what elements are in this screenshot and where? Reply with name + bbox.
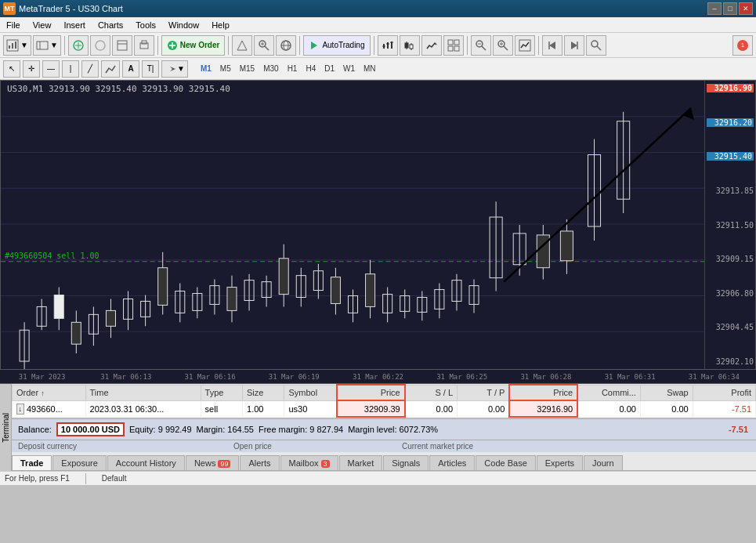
tab-trade[interactable]: Trade (12, 455, 52, 470)
toolbar-chart-type2[interactable] (400, 35, 420, 56)
toolbar-profiles[interactable]: ▼ (33, 35, 61, 56)
cell-open-price[interactable]: 32909.39 (337, 400, 405, 417)
tab-mailbox[interactable]: Mailbox 3 (280, 455, 338, 470)
tab-alerts[interactable]: Alerts (240, 455, 279, 470)
minimize-button[interactable]: – (707, 2, 722, 15)
toolbar-separator-5 (374, 36, 374, 55)
time-label-4: 31 Mar 06:22 (336, 373, 420, 381)
draw-label[interactable]: T| (142, 60, 159, 78)
draw-multi[interactable] (101, 60, 120, 78)
menu-tools[interactable]: Tools (129, 19, 162, 31)
svg-rect-40 (448, 46, 453, 51)
price-p8: 32902.10 (707, 357, 754, 366)
draw-hline[interactable]: — (42, 60, 60, 78)
tf-m1[interactable]: M1 (197, 63, 215, 74)
toolbar-chart-type1[interactable] (378, 35, 398, 56)
svg-rect-91 (227, 288, 237, 311)
cell-tp: 0.00 (458, 400, 510, 417)
toolbar-chart-zoom-in[interactable] (254, 35, 274, 56)
toolbar-chart-objects[interactable] (443, 35, 464, 56)
tab-code-base[interactable]: Code Base (476, 455, 535, 470)
tab-signals[interactable]: Signals (383, 455, 429, 470)
toolbar-globe[interactable] (276, 35, 296, 56)
draw-crosshair[interactable]: ✛ (23, 60, 40, 78)
maximize-button[interactable]: □ (723, 2, 737, 15)
mailbox-badge: 3 (321, 460, 330, 468)
close-button[interactable]: ✕ (739, 2, 753, 15)
menu-view[interactable]: View (27, 19, 58, 31)
dropdown-arrow-icon: ▼ (20, 41, 28, 49)
svg-rect-71 (54, 295, 63, 319)
toolbar-notification-badge[interactable]: 1 (732, 35, 753, 56)
svg-rect-39 (454, 40, 459, 45)
time-label-0: 31 Mar 2023 (0, 373, 84, 381)
tf-mn[interactable]: MN (360, 63, 380, 74)
tab-market[interactable]: Market (339, 455, 383, 470)
cell-current-price[interactable]: 32916.90 (509, 400, 577, 417)
menu-charts[interactable]: Charts (92, 19, 129, 31)
toolbar-forward[interactable] (564, 35, 584, 56)
toolbar-history[interactable] (112, 35, 132, 56)
col-commission: Commi... (577, 385, 640, 400)
svg-line-19 (265, 46, 269, 50)
toolbar-new-chart[interactable]: ▼ (3, 35, 31, 56)
draw-vline[interactable]: | (62, 60, 79, 78)
toolbar-zoom-out[interactable] (471, 35, 491, 56)
toolbar-zoom-in-chart[interactable] (493, 35, 513, 56)
terminal-side-tab[interactable]: Terminal (2, 413, 10, 443)
chart-area[interactable]: US30,M1 32913.90 32915.40 32913.90 32915… (0, 80, 756, 370)
svg-point-54 (591, 41, 598, 47)
tab-account-history[interactable]: Account History (107, 455, 185, 470)
toolbar-disconnect[interactable] (90, 35, 110, 56)
toolbar-search[interactable] (586, 35, 606, 56)
tf-d1[interactable]: D1 (320, 63, 338, 74)
autotrading-button[interactable]: AutoTrading (303, 35, 370, 56)
menu-file[interactable]: File (0, 19, 27, 31)
toolbar-objects[interactable] (232, 35, 252, 56)
menu-bar: File View Insert Charts Tools Window Hel… (0, 17, 756, 33)
tf-m5[interactable]: M5 (216, 63, 235, 74)
svg-marker-50 (549, 42, 555, 49)
main-toolbar: ▼ ▼ New Order AutoTrading (0, 33, 756, 58)
toolbar-print[interactable] (134, 35, 154, 56)
tf-m30[interactable]: M30 (259, 63, 282, 74)
new-order-button[interactable]: New Order (161, 35, 226, 56)
menu-insert[interactable]: Insert (57, 19, 92, 31)
toolbar-connect[interactable] (68, 35, 89, 56)
svg-rect-41 (454, 46, 459, 51)
tf-h4[interactable]: H4 (302, 63, 320, 74)
col-order: Order ↑ (13, 385, 86, 400)
toolbar-back[interactable] (542, 35, 562, 56)
col-profit: Profit (693, 385, 755, 400)
cell-time: 2023.03.31 06:30... (85, 400, 201, 417)
tab-articles[interactable]: Articles (429, 455, 475, 470)
tf-m15[interactable]: M15 (236, 63, 259, 74)
price-p7: 32904.45 (707, 323, 754, 331)
svg-rect-32 (405, 43, 408, 48)
time-label-5: 31 Mar 06:25 (420, 373, 504, 381)
toolbar-separator-7 (538, 36, 539, 55)
cell-profit: -7.51 (693, 400, 755, 417)
tab-experts[interactable]: Experts (537, 455, 583, 470)
tab-exposure[interactable]: Exposure (52, 455, 106, 470)
svg-rect-38 (448, 40, 453, 45)
terminal-tabs: Trade Exposure Account History News 99 A… (12, 452, 756, 471)
toolbar-chart-type3[interactable] (421, 35, 442, 56)
tf-h1[interactable]: H1 (284, 63, 302, 74)
status-help: For Help, press F1 (5, 474, 70, 483)
price-line2: 32915.40 (707, 152, 754, 161)
svg-rect-127 (560, 231, 573, 261)
tf-w1[interactable]: W1 (339, 63, 359, 74)
menu-help[interactable]: Help (205, 19, 236, 31)
drawing-toolbar: ↖ ✛ — | ╱ A T| ▼ M1 M5 M15 M30 H1 H4 D1 … (0, 58, 756, 80)
trade-row[interactable]: ↓ 493660... 2023.03.31 06:30... sell 1.0… (13, 400, 756, 417)
tab-journal[interactable]: Journ (584, 455, 623, 470)
toolbar-indicators[interactable] (515, 35, 535, 56)
tab-news[interactable]: News 99 (186, 455, 240, 470)
draw-arrow[interactable]: ▼ (161, 60, 188, 78)
draw-text[interactable]: A (122, 60, 139, 78)
svg-marker-17 (237, 41, 247, 50)
menu-window[interactable]: Window (162, 19, 205, 31)
draw-cursor[interactable]: ↖ (3, 60, 20, 78)
draw-trendline[interactable]: ╱ (81, 60, 99, 78)
